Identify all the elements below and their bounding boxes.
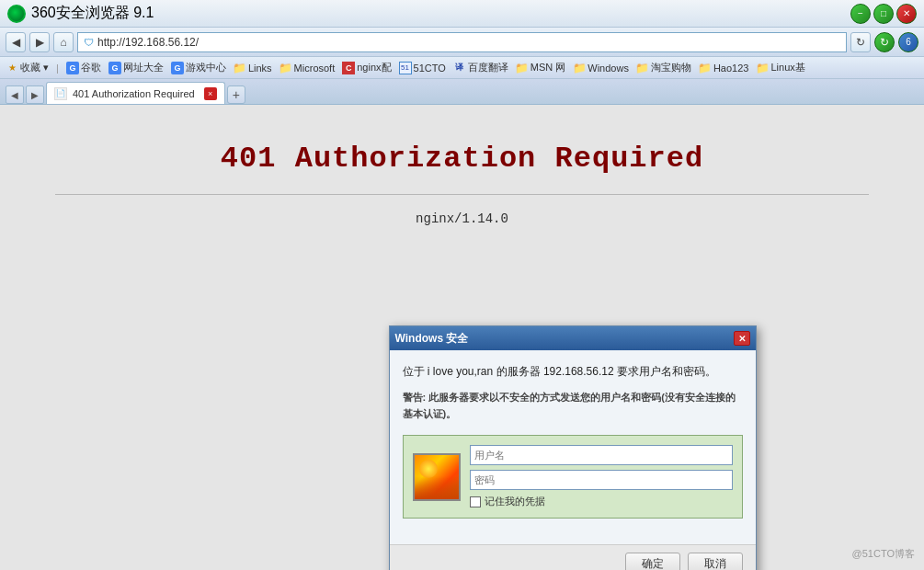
bookmark-windows[interactable]: 📁 Windows <box>573 62 629 74</box>
tab-favicon-icon: 📄 <box>54 87 67 100</box>
bookmark-linux[interactable]: 📁 Linux基 <box>756 61 804 74</box>
title-bar: 360安全浏览器 9.1 − □ ✕ <box>0 0 924 28</box>
tab-scroll-right[interactable]: ▶ <box>26 86 44 104</box>
hao123-folder-icon: 📁 <box>699 62 712 74</box>
back-button[interactable]: ◀ <box>6 32 26 52</box>
bookmark-baidu-translate[interactable]: 译 百度翻译 <box>453 61 508 74</box>
nginx-icon: C <box>342 62 355 74</box>
home-button[interactable]: ⌂ <box>53 32 74 52</box>
dialog-title-bar: Windows 安全 ✕ <box>390 326 756 350</box>
dialog-buttons: 确定 取消 <box>390 544 756 570</box>
bookmark-links-label: Links <box>248 63 272 74</box>
nav-bar: ◀ ▶ ⌂ 🛡 http://192.168.56.12/ ↻ ↻ 6 <box>0 28 924 57</box>
tab-bar: ◀ ▶ 📄 401 Authorization Required × + <box>0 79 924 105</box>
close-btn[interactable]: ✕ <box>896 4 917 24</box>
dialog-title-text: Windows 安全 <box>395 331 469 347</box>
bookmark-label: 收藏 ▾ <box>20 61 49 74</box>
address-text: http://192.168.56.12/ <box>97 36 199 49</box>
form-fields: 记住我的凭据 <box>470 445 733 508</box>
tab-401[interactable]: 📄 401 Authorization Required × <box>46 82 225 104</box>
bookmark-msn[interactable]: 📁 MSN 网 <box>516 61 566 74</box>
remember-label: 记住我的凭据 <box>485 495 545 508</box>
dialog-message: 位于 i love you,ran 的服务器 192.168.56.12 要求用… <box>403 363 743 381</box>
wangzhi-icon: G <box>108 62 121 74</box>
tab-scroll-left[interactable]: ◀ <box>6 86 24 104</box>
title-bar-left: 360安全浏览器 9.1 <box>7 4 154 23</box>
bookmark-google-label: 谷歌 <box>81 61 101 74</box>
msn-folder-icon: 📁 <box>516 62 529 74</box>
bookmark-nginx-label: nginx配 <box>357 61 391 74</box>
bookmark-game[interactable]: G 游戏中心 <box>171 61 226 74</box>
window-controls: − □ ✕ <box>850 4 917 24</box>
bookmark-51cto-label: 51CTO <box>414 63 446 74</box>
dialog-warning: 警告: 此服务器要求以不安全的方式发送您的用户名和密码(没有安全连接的基本认证)… <box>403 390 743 422</box>
bookmark-51cto[interactable]: 51 51CTO <box>399 62 446 74</box>
bookmark-game-label: 游戏中心 <box>186 61 226 74</box>
address-bar[interactable]: 🛡 http://192.168.56.12/ <box>77 32 847 52</box>
microsoft-folder-icon: 📁 <box>279 62 292 74</box>
reload-button[interactable]: ↻ <box>850 32 871 52</box>
folder-icon: 📁 <box>234 62 246 74</box>
cancel-button[interactable]: 取消 <box>688 553 743 570</box>
browser-logo-icon <box>7 5 26 23</box>
windows-folder-icon: 📁 <box>573 62 586 74</box>
taobao-folder-icon: 📁 <box>636 62 649 74</box>
browser-window: 360安全浏览器 9.1 − □ ✕ ◀ ▶ ⌂ 🛡 http://192.16… <box>0 0 924 570</box>
refresh-icon[interactable]: ↻ <box>874 32 895 52</box>
bookmark-linux-label: Linux基 <box>770 61 804 74</box>
bookmark-taobao-label: 淘宝购物 <box>651 61 691 74</box>
bookmark-wangzhi[interactable]: G 网址大全 <box>108 61 164 74</box>
bookmarks-bar: ★ 收藏 ▾ | G 谷歌 G 网址大全 G 游戏中心 📁 Links 📁 Mi… <box>0 57 924 79</box>
maximize-btn[interactable]: □ <box>873 4 894 24</box>
bookmark-google[interactable]: G 谷歌 <box>66 61 101 74</box>
username-input[interactable] <box>470 445 733 465</box>
confirm-button[interactable]: 确定 <box>625 553 680 570</box>
baidu-icon: 译 <box>453 62 466 74</box>
browser-action-icons: ↻ 6 <box>874 32 918 52</box>
user-avatar-image <box>413 453 461 501</box>
tab-label: 401 Authorization Required <box>73 88 195 99</box>
minimize-btn[interactable]: − <box>850 4 871 24</box>
cto-icon: 51 <box>399 62 412 74</box>
star-icon: ★ <box>6 62 18 74</box>
dialog-form-area: 记住我的凭据 <box>403 435 743 519</box>
bookmark-wangzhi-label: 网址大全 <box>123 61 164 74</box>
remember-row: 记住我的凭据 <box>470 495 733 508</box>
bookmark-baidu-translate-label: 百度翻译 <box>468 61 508 74</box>
browser-title: 360安全浏览器 9.1 <box>31 4 154 23</box>
bookmark-favorites[interactable]: ★ 收藏 ▾ <box>6 61 49 74</box>
forward-button[interactable]: ▶ <box>29 32 50 52</box>
google-icon: G <box>66 62 79 74</box>
bookmark-divider: | <box>56 63 59 74</box>
watermark: @51CTO博客 <box>852 547 915 561</box>
bookmark-microsoft[interactable]: 📁 Microsoft <box>279 62 336 74</box>
bookmark-nginx[interactable]: C nginx配 <box>342 61 391 74</box>
bookmark-taobao[interactable]: 📁 淘宝购物 <box>636 61 691 74</box>
linux-folder-icon: 📁 <box>756 62 769 74</box>
password-input[interactable] <box>470 470 733 490</box>
bookmark-msn-label: MSN 网 <box>530 61 566 74</box>
dialog-body: 位于 i love you,ran 的服务器 192.168.56.12 要求用… <box>390 350 756 544</box>
windows-security-dialog: Windows 安全 ✕ 位于 i love you,ran 的服务器 192.… <box>389 325 757 570</box>
dialog-warning-text: 此服务器要求以不安全的方式发送您的用户名和密码(没有安全连接的基本认证)。 <box>403 392 736 419</box>
tab-close-button[interactable]: × <box>204 87 217 100</box>
game-icon: G <box>171 62 184 74</box>
bookmark-hao123-label: Hao123 <box>713 63 749 74</box>
dialog-warning-label: 警告: <box>403 392 427 403</box>
bookmark-links[interactable]: 📁 Links <box>234 62 272 74</box>
main-content-area: 401 Authorization Required nginx/1.14.0 … <box>0 105 924 570</box>
remember-checkbox[interactable] <box>470 496 481 507</box>
bookmark-hao123[interactable]: 📁 Hao123 <box>699 62 749 74</box>
new-tab-button[interactable]: + <box>227 86 245 104</box>
security-shield-icon: 🛡 <box>84 37 94 48</box>
dialog-close-button[interactable]: ✕ <box>734 331 750 346</box>
bookmark-microsoft-label: Microsoft <box>294 63 336 74</box>
bookmark-windows-label: Windows <box>587 63 629 74</box>
settings-icon[interactable]: 6 <box>898 32 918 52</box>
